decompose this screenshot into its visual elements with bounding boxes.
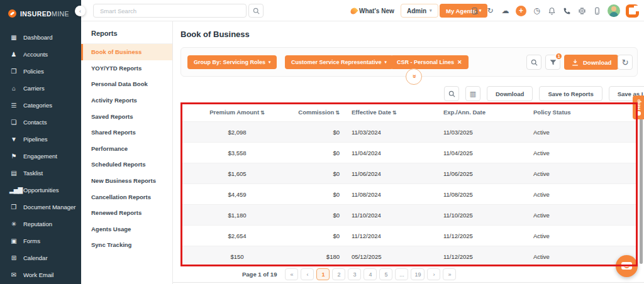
download-button[interactable]: Download — [564, 55, 618, 70]
table-download-button[interactable]: Download — [487, 86, 533, 101]
table-row[interactable]: $2,098 $0 11/03/2024 11/03/2025 Active — [180, 121, 638, 142]
sidebar-item-label: Engagement — [23, 153, 57, 160]
add-button[interactable]: + — [516, 6, 526, 16]
sync-icon[interactable]: ↻ — [486, 6, 495, 16]
next-page-button[interactable]: › — [427, 268, 440, 280]
table-search-button[interactable] — [444, 86, 459, 101]
book-of-business-table: Premium Amount⇅ Commission⇅ Effective Da… — [180, 102, 638, 266]
sidebar-item-reputation[interactable]: ✳Reputation — [0, 216, 81, 232]
help-tab[interactable]: Help — [633, 96, 644, 119]
exp-ann-date-cell: 11/12/2025 — [431, 232, 525, 239]
ai-chip-icon[interactable] — [577, 6, 587, 16]
insuredmine-brand-mark-icon[interactable] — [626, 4, 639, 18]
column-header-effective-date[interactable]: Effective Date⇅ — [349, 109, 431, 116]
filter-search-button[interactable] — [526, 55, 541, 70]
report-item-shared-reports[interactable]: Shared Reports — [81, 124, 172, 141]
sidebar-item-carriers[interactable]: ⌂Carriers — [0, 80, 81, 97]
sidebar-item-work-email[interactable]: ✉Work Email — [0, 266, 81, 283]
admin-dropdown[interactable]: Admin ▾ — [401, 4, 438, 18]
sidebar-item-engagement[interactable]: ⚑Engagement — [0, 148, 81, 165]
whats-new-link[interactable]: What's New — [351, 0, 394, 21]
history-clock-icon[interactable]: ◷ — [532, 6, 541, 16]
sidebar-item-accounts[interactable]: ♟Accounts — [0, 46, 81, 63]
sidebar-item-policies[interactable]: ❐Policies — [0, 63, 81, 80]
refresh-button[interactable]: ↻ — [618, 55, 633, 70]
sidebar-item-forms[interactable]: ▣Forms — [0, 232, 81, 249]
page-button-3[interactable]: 3 — [348, 268, 361, 280]
page-button-19[interactable]: 19 — [411, 268, 425, 280]
user-avatar[interactable] — [608, 4, 620, 17]
search-icon — [448, 90, 456, 98]
sort-icon[interactable]: ⇅ — [392, 110, 397, 116]
close-icon[interactable]: ✕ — [457, 59, 462, 65]
report-item-scheduled-reports[interactable]: Scheduled Reports — [81, 156, 172, 173]
search-icon — [530, 58, 538, 67]
page-button-4[interactable]: 4 — [364, 268, 377, 280]
column-header-commission[interactable]: Commission⇅ — [294, 109, 349, 116]
report-item-renewed-reports[interactable]: Renewed Reports — [81, 205, 172, 221]
phone-icon[interactable] — [562, 6, 572, 16]
search-input[interactable] — [93, 4, 247, 18]
sidebar-item-calendar[interactable]: ⊞Calendar — [0, 249, 81, 266]
insuredmine-logo[interactable]: INSUREDMINE — [0, 0, 81, 23]
column-header-exp-ann-date: Exp./Ann. Date — [431, 109, 525, 116]
sidebar-item-contacts[interactable]: ❏Contacts — [0, 114, 81, 131]
sidebar-item-opportunities[interactable]: ▂▅▇Opportunities — [0, 182, 81, 199]
page-button-5[interactable]: 5 — [379, 268, 392, 280]
table-row[interactable]: $4,459 $0 11/08/2024 11/08/2025 Active — [180, 183, 638, 204]
policy-status-cell: Active — [525, 150, 638, 156]
table-row[interactable]: $1,180 $0 11/10/2024 11/10/2025 Active — [180, 204, 638, 225]
column-header-premium-amount[interactable]: Premium Amount⇅ — [180, 109, 294, 116]
last-page-button[interactable]: » — [443, 268, 456, 280]
page-button-2[interactable]: 2 — [332, 268, 345, 280]
table-row[interactable]: $3,558 $0 11/04/2024 11/04/2025 Active — [180, 142, 638, 163]
sidebar-item-dashboard[interactable]: ▦Dashboard — [0, 29, 81, 46]
commission-cell: $0 — [294, 212, 349, 219]
effective-date-cell: 05/12/2025 — [349, 253, 431, 260]
commission-cell: $0 — [294, 150, 349, 156]
report-item-personal-data-book[interactable]: Personal Data Book — [81, 76, 172, 92]
sidebar-item-tasklist[interactable]: ▤Tasklist — [0, 165, 81, 182]
expand-filters-button[interactable]: « — [406, 68, 422, 85]
vertical-scrollbar[interactable] — [640, 104, 643, 264]
table-row[interactable]: $2,654 $0 11/12/2024 11/12/2025 Active — [180, 225, 638, 246]
report-item-sync-tracking[interactable]: Sync Tracking — [81, 237, 172, 253]
filter-funnel-button[interactable]: 1 — [545, 55, 560, 70]
report-item-performance[interactable]: Performance — [81, 141, 172, 157]
table-row[interactable]: $1,605 $0 11/06/2024 11/06/2025 Active — [180, 163, 638, 183]
commission-cell: $0 — [294, 232, 349, 239]
report-item-yoy-ytd-reports[interactable]: YOY/YTD Reports — [81, 60, 172, 77]
report-item-new-business-reports[interactable]: New Business Reports — [81, 173, 172, 189]
sort-icon[interactable]: ⇅ — [260, 110, 265, 116]
document-search-icon[interactable] — [470, 6, 480, 16]
filter-chip-csr-personal-lines[interactable]: CSR - Personal Lines ✕ — [391, 55, 469, 69]
report-item-agents-usage[interactable]: Agents Usage — [81, 221, 172, 238]
chat-widget-button[interactable] — [616, 255, 638, 277]
report-item-saved-reports[interactable]: Saved Reports — [81, 108, 172, 124]
sidebar-item-categories[interactable]: ☰Categories — [0, 97, 81, 114]
page-button-1[interactable]: 1 — [316, 268, 330, 280]
sidebar-item-document-manager[interactable]: ❒Document Manager — [0, 199, 81, 216]
effective-date-cell: 11/10/2024 — [349, 212, 431, 219]
sidebar-item-pipelines[interactable]: ▼Pipelines — [0, 131, 81, 148]
save-to-reports-button[interactable]: Save to Reports — [539, 86, 602, 101]
group-by-dropdown[interactable]: Group By: Servicing Roles ▾ — [187, 55, 277, 69]
first-page-button[interactable]: « — [285, 268, 298, 280]
prev-page-button[interactable]: ‹ — [301, 268, 314, 280]
mobile-device-icon[interactable] — [592, 6, 602, 16]
column-settings-button[interactable]: ▥ — [465, 86, 480, 101]
effective-date-cell: 11/12/2024 — [349, 232, 431, 239]
sidebar-collapse-button[interactable]: ‹ — [75, 6, 86, 16]
premium-amount-cell: $4,459 — [180, 191, 294, 198]
sort-icon[interactable]: ⇅ — [335, 110, 340, 116]
notifications-bell-icon[interactable] — [547, 6, 557, 16]
role-dropdown[interactable]: Customer Service Representative ▾ — [285, 55, 393, 69]
cloud-icon[interactable]: ☁ — [501, 6, 510, 16]
report-item-cancellation-reports[interactable]: Cancellation Reports — [81, 188, 172, 205]
table-row[interactable]: $150 $180 05/12/2025 11/12/2025 Active — [180, 246, 638, 266]
commission-cell: $180 — [294, 253, 349, 260]
exp-ann-date-cell: 11/10/2025 — [431, 212, 525, 219]
report-item-book-of-business[interactable]: Book of Business — [81, 44, 172, 60]
search-button[interactable] — [248, 4, 264, 18]
report-item-activity-reports[interactable]: Activity Reports — [81, 92, 172, 109]
